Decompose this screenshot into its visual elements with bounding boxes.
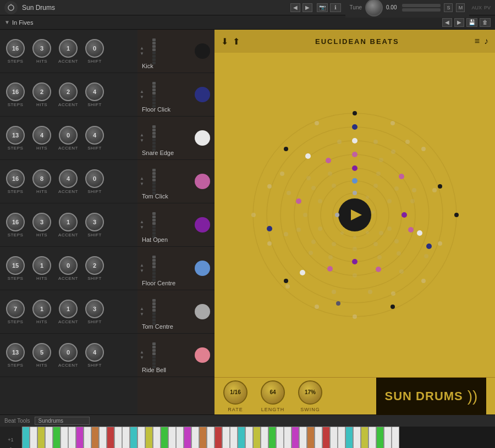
- accent-knob-2[interactable]: 0: [59, 126, 78, 145]
- strip-up-1[interactable]: ▲: [140, 90, 144, 94]
- strip-down-0[interactable]: ▼: [140, 52, 144, 56]
- white-key-26[interactable]: [222, 427, 230, 448]
- white-key-46[interactable]: [376, 427, 384, 448]
- strip-color-5[interactable]: [195, 261, 210, 276]
- accent-knob-6[interactable]: 1: [59, 300, 78, 318]
- rate-knob[interactable]: 1/16: [223, 380, 248, 405]
- white-key-14[interactable]: [130, 427, 138, 448]
- white-key-34[interactable]: [284, 427, 292, 448]
- hits-knob-0[interactable]: 3: [32, 39, 51, 58]
- white-key-6[interactable]: [68, 427, 76, 448]
- strip-down-4[interactable]: ▼: [140, 225, 144, 230]
- beat-tools-preset[interactable]: [35, 417, 90, 425]
- white-key-23[interactable]: [199, 427, 207, 448]
- shift-knob-4[interactable]: 3: [85, 213, 104, 231]
- strip-up-7[interactable]: ▲: [140, 350, 144, 355]
- steps-knob-4[interactable]: 16: [6, 213, 25, 231]
- accent-knob-5[interactable]: 0: [59, 256, 78, 275]
- shift-knob-1[interactable]: 4: [85, 82, 104, 101]
- white-key-42[interactable]: [345, 427, 353, 448]
- white-key-48[interactable]: [392, 427, 399, 448]
- camera-icon[interactable]: 📷: [317, 3, 328, 12]
- hits-knob-5[interactable]: 1: [32, 256, 51, 275]
- strip-color-6[interactable]: [195, 304, 210, 319]
- nav-next[interactable]: ▶: [302, 3, 312, 12]
- white-key-41[interactable]: [338, 427, 345, 448]
- steps-knob-5[interactable]: 15: [6, 256, 25, 275]
- white-key-38[interactable]: [315, 427, 322, 448]
- white-key-37[interactable]: [307, 427, 315, 448]
- hits-knob-7[interactable]: 5: [32, 343, 51, 362]
- white-key-40[interactable]: [330, 427, 338, 448]
- hits-knob-6[interactable]: 1: [32, 300, 51, 318]
- swing-knob[interactable]: 17%: [298, 380, 322, 405]
- strip-down-2[interactable]: ▼: [140, 139, 144, 143]
- steps-knob-7[interactable]: 13: [6, 343, 25, 362]
- preset-save[interactable]: 💾: [466, 18, 477, 27]
- white-key-2[interactable]: [37, 427, 45, 448]
- white-key-0[interactable]: [22, 427, 30, 448]
- shift-knob-7[interactable]: 4: [85, 343, 104, 362]
- white-key-31[interactable]: [261, 427, 268, 448]
- nav-prev[interactable]: ◀: [290, 3, 300, 12]
- white-key-17[interactable]: [153, 427, 161, 448]
- white-key-43[interactable]: [353, 427, 361, 448]
- hits-knob-4[interactable]: 3: [32, 213, 51, 231]
- download-icon[interactable]: ⬇: [221, 36, 228, 47]
- white-key-12[interactable]: [114, 427, 122, 448]
- white-key-24[interactable]: [207, 427, 215, 448]
- strip-up-2[interactable]: ▲: [140, 133, 144, 137]
- steps-knob-0[interactable]: 16: [6, 39, 25, 58]
- strip-down-1[interactable]: ▼: [140, 95, 144, 99]
- white-key-4[interactable]: [53, 427, 61, 448]
- m-button[interactable]: M: [456, 3, 465, 12]
- white-key-5[interactable]: [61, 427, 68, 448]
- strip-color-3[interactable]: [195, 174, 210, 189]
- strip-up-4[interactable]: ▲: [140, 220, 144, 224]
- white-key-28[interactable]: [238, 427, 245, 448]
- hits-knob-3[interactable]: 8: [32, 169, 51, 188]
- white-key-15[interactable]: [138, 427, 145, 448]
- white-key-16[interactable]: [145, 427, 153, 448]
- shift-knob-2[interactable]: 4: [85, 126, 104, 145]
- white-key-18[interactable]: [161, 427, 168, 448]
- white-key-27[interactable]: [230, 427, 238, 448]
- white-key-8[interactable]: [84, 427, 91, 448]
- preset-delete[interactable]: 🗑: [480, 18, 491, 27]
- strip-down-3[interactable]: ▼: [140, 182, 144, 186]
- white-key-25[interactable]: [215, 427, 222, 448]
- shift-knob-6[interactable]: 3: [85, 300, 104, 318]
- white-key-21[interactable]: [184, 427, 191, 448]
- steps-knob-1[interactable]: 16: [6, 82, 25, 101]
- tune-knob[interactable]: [365, 0, 383, 16]
- white-key-47[interactable]: [384, 427, 392, 448]
- strip-up-0[interactable]: ▲: [140, 46, 144, 51]
- steps-knob-3[interactable]: 16: [6, 169, 25, 188]
- s-button[interactable]: S: [444, 3, 453, 12]
- white-key-10[interactable]: [99, 427, 107, 448]
- white-key-36[interactable]: [299, 427, 307, 448]
- accent-knob-3[interactable]: 4: [59, 169, 78, 188]
- steps-knob-2[interactable]: 13: [6, 126, 25, 145]
- preset-prev[interactable]: ◀: [442, 18, 452, 27]
- info-icon[interactable]: ℹ: [330, 3, 341, 12]
- accent-knob-1[interactable]: 2: [59, 82, 78, 101]
- white-key-44[interactable]: [361, 427, 369, 448]
- white-key-30[interactable]: [253, 427, 261, 448]
- strip-down-6[interactable]: ▼: [140, 312, 144, 317]
- white-key-45[interactable]: [369, 427, 376, 448]
- white-key-19[interactable]: [168, 427, 176, 448]
- strip-color-0[interactable]: [195, 43, 210, 59]
- white-key-3[interactable]: [45, 427, 53, 448]
- shift-knob-3[interactable]: 0: [85, 169, 104, 188]
- white-key-20[interactable]: [176, 427, 184, 448]
- strip-up-3[interactable]: ▲: [140, 176, 144, 181]
- music-icon[interactable]: ♪: [484, 36, 488, 46]
- white-key-13[interactable]: [122, 427, 130, 448]
- preset-next[interactable]: ▶: [454, 18, 464, 27]
- strip-down-5[interactable]: ▼: [140, 269, 144, 273]
- menu-icon[interactable]: ≡: [475, 36, 480, 46]
- hits-knob-1[interactable]: 2: [32, 82, 51, 101]
- length-knob[interactable]: 64: [261, 380, 285, 405]
- white-key-29[interactable]: [245, 427, 253, 448]
